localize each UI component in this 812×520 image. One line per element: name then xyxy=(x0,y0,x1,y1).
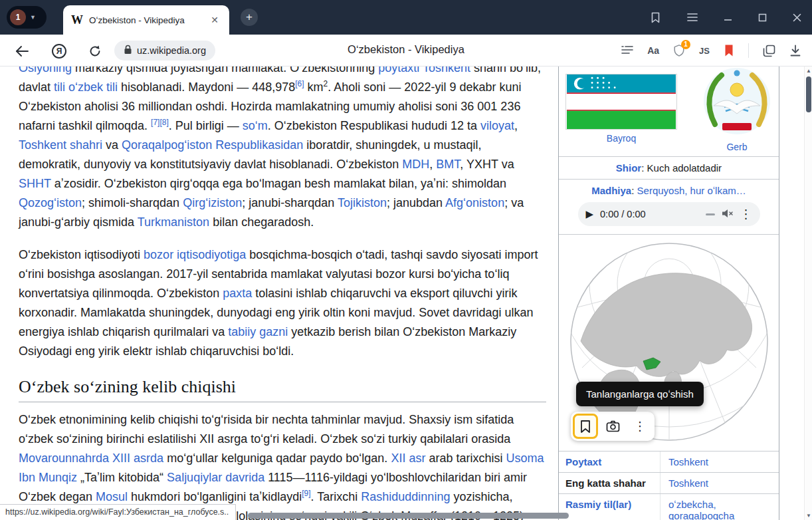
screenshot-button[interactable] xyxy=(600,414,625,439)
wiki-link[interactable]: tabiiy gazni xyxy=(228,325,288,338)
bookmark-flag-icon[interactable] xyxy=(724,44,734,57)
article-paragraph: Osiyoning markaziy qismida joylashgan ma… xyxy=(19,66,546,232)
flag-figure[interactable]: Bayroq xyxy=(565,74,677,144)
wikipedia-favicon: W xyxy=(71,13,83,27)
add-to-favorites-button[interactable] xyxy=(573,414,598,439)
text-run: km xyxy=(304,80,324,94)
wiki-link[interactable]: poytaxti Toshkent xyxy=(378,66,470,74)
protect-extension-icon[interactable]: 1 xyxy=(673,44,685,57)
text-run: ; janubdan xyxy=(387,196,445,209)
wiki-link[interactable]: [9] xyxy=(302,489,310,498)
anthem-colon: : xyxy=(631,185,637,196)
wiki-link[interactable]: soʻm xyxy=(243,119,268,132)
javascript-icon[interactable]: JS xyxy=(699,46,710,56)
tab-group-selector[interactable]: 1 ▼ xyxy=(7,6,47,29)
text-run: . Tarixchi xyxy=(311,490,361,503)
motto-value: : Kuch adolatdadir xyxy=(641,162,722,174)
reference-link[interactable]: [6] xyxy=(295,79,304,88)
capital-value-link[interactable]: Toshkent xyxy=(660,452,779,472)
toolbar-divider xyxy=(748,43,749,58)
wiki-link[interactable]: Afgʻoniston xyxy=(445,196,504,209)
uzbekistan-emblem-image[interactable] xyxy=(702,66,772,136)
text-run: „Taʼlim kitobida“ xyxy=(77,471,167,484)
maximize-icon[interactable] xyxy=(758,13,767,22)
toolbar: Я uz.wikipedia.org Oʻzbekiston - Vikiped… xyxy=(0,35,812,66)
anthem-title-link[interactable]: Serquyosh, hur oʻlkam… xyxy=(637,185,746,196)
wiki-link[interactable]: tili oʻzbek tili xyxy=(54,80,118,94)
text-run: ; shimoli-sharqdan xyxy=(82,196,183,209)
largest-city-value-link[interactable]: Toshkent xyxy=(660,473,779,493)
infobox-figures: Bayroq Gerb xyxy=(559,66,779,156)
article-body: Osiyoning markaziy qismida joylashgan ma… xyxy=(19,66,546,520)
text-run: , YXHT va xyxy=(460,158,514,171)
collections-tabs-icon[interactable] xyxy=(763,45,775,57)
sidebar-panel-icon[interactable] xyxy=(650,11,661,24)
wiki-link[interactable]: [6] xyxy=(295,79,304,88)
browser-window: 1 ▼ W Oʻzbekiston - Vikipediya ✕ + xyxy=(0,0,812,520)
reference-link[interactable]: [7][8] xyxy=(151,118,169,127)
wiki-link[interactable]: SHHT xyxy=(19,177,51,190)
translate-icon[interactable]: Aа xyxy=(647,45,659,56)
back-button[interactable] xyxy=(13,43,31,60)
wiki-link[interactable]: BMT xyxy=(436,158,460,171)
audio-player[interactable]: ▶ 0:00 / 0:00 ⋮ xyxy=(578,202,760,226)
new-tab-button[interactable]: + xyxy=(241,9,258,26)
wiki-link[interactable]: Turkmaniston xyxy=(138,215,209,229)
horizontal-scrollbar-thumb[interactable] xyxy=(248,513,569,519)
audio-time: 0:00 / 0:00 xyxy=(600,209,646,219)
tab-title: Oʻzbekiston - Vikipediya xyxy=(89,15,202,25)
vertical-scrollbar-thumb[interactable] xyxy=(806,76,811,112)
url-text: uz.wikipedia.org xyxy=(137,45,206,56)
scroll-down-arrow[interactable]: ▼ xyxy=(805,513,812,519)
text-run: , xyxy=(429,158,436,171)
text-run: va xyxy=(102,138,122,152)
official-languages-value-link[interactable]: oʻzbekcha, qoraqalpoqcha xyxy=(660,494,779,520)
wiki-link[interactable]: MDH xyxy=(402,158,429,171)
wiki-link[interactable]: XII asr xyxy=(391,452,425,465)
wiki-link[interactable]: Mosul xyxy=(96,490,128,503)
seek-slider[interactable] xyxy=(706,213,715,215)
yandex-search-icon[interactable]: Я xyxy=(51,43,68,60)
uzbekistan-flag-image[interactable] xyxy=(565,74,677,130)
reload-icon[interactable] xyxy=(86,43,104,60)
official-languages-label-link[interactable]: Rasmiy til(lar) xyxy=(559,494,660,520)
volume-muted-icon[interactable] xyxy=(722,208,734,221)
wiki-link[interactable]: Qirgʻiziston xyxy=(183,196,242,209)
wiki-link[interactable]: Osiyoning xyxy=(19,66,72,74)
emblem-caption-link[interactable]: Gerb xyxy=(702,142,772,152)
table-row: Rasmiy til(lar) oʻzbekcha, qoraqalpoqcha xyxy=(559,493,779,520)
protect-badge: 1 xyxy=(681,40,690,49)
wiki-link[interactable]: viloyat xyxy=(480,119,514,132)
reference-link[interactable]: [9] xyxy=(302,489,310,498)
wiki-link[interactable]: paxta xyxy=(223,287,252,300)
text-run: hisoblanadi. Maydoni — 448,978 xyxy=(118,80,295,94)
close-icon[interactable] xyxy=(793,13,801,22)
download-icon[interactable] xyxy=(789,45,801,57)
wiki-link[interactable]: Tojikiston xyxy=(338,196,387,209)
play-icon[interactable]: ▶ xyxy=(586,208,594,220)
scroll-up-arrow[interactable]: ▲ xyxy=(805,68,812,74)
flag-caption-link[interactable]: Bayroq xyxy=(565,133,677,144)
wiki-link[interactable]: bozor iqtisodiyotiga xyxy=(144,248,246,261)
emblem-figure[interactable]: Gerb xyxy=(702,66,772,152)
anthem-label-link[interactable]: Madhiya xyxy=(591,185,631,196)
browser-tab[interactable]: W Oʻzbekiston - Vikipediya ✕ xyxy=(63,5,229,35)
reader-mode-icon[interactable] xyxy=(621,45,633,56)
tab-close-icon[interactable]: ✕ xyxy=(208,13,221,27)
wiki-link[interactable]: Qoraqalpogʻiston Respublikasidan xyxy=(122,138,303,152)
wiki-link[interactable]: Qozogʻiston xyxy=(19,196,82,209)
wiki-link[interactable]: [7][8] xyxy=(151,118,169,127)
article-paragraph: Oʻzbekiston iqtisodiyoti bozor iqtisodiy… xyxy=(19,245,546,361)
wiki-link[interactable]: Saljuqiylar davrida xyxy=(167,471,264,484)
more-actions-button[interactable]: ⋮ xyxy=(627,414,653,439)
motto-label-link[interactable]: Shior xyxy=(616,162,641,174)
menu-icon[interactable] xyxy=(687,13,698,22)
minimize-icon[interactable] xyxy=(724,13,732,22)
wiki-link[interactable]: Toshkent shahri xyxy=(19,138,102,152)
audio-menu-icon[interactable]: ⋮ xyxy=(740,208,752,220)
text-run: aʼzosidir. Oʻzbekiston qirgʻoqqa ega boʻ… xyxy=(51,177,506,190)
wiki-link[interactable]: Rashiduddinning xyxy=(361,490,450,503)
capital-label-link[interactable]: Poytaxt xyxy=(559,452,660,472)
wiki-link[interactable]: Movarounnahrda XIII asrda xyxy=(19,452,163,465)
vertical-scrollbar[interactable]: ▲ ▼ xyxy=(804,66,812,520)
